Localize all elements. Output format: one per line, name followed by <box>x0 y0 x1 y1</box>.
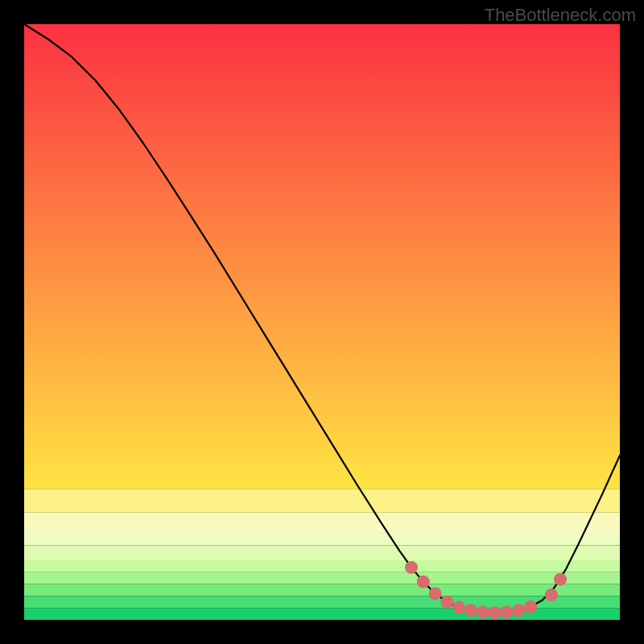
highlight-dot <box>500 605 513 618</box>
gradient-band <box>24 513 620 530</box>
highlight-dot <box>512 604 525 617</box>
highlight-dot <box>452 601 465 613</box>
highlight-dot <box>489 606 502 619</box>
gradient-band <box>24 560 620 572</box>
gradient-band <box>24 546 620 561</box>
gradient-band <box>24 572 620 584</box>
gradient-band <box>24 489 620 513</box>
highlight-dot <box>554 573 567 586</box>
gradient-band <box>24 24 620 489</box>
highlight-dot <box>429 587 442 600</box>
highlight-dot <box>440 596 453 609</box>
gradient-band <box>24 584 620 597</box>
chart-svg <box>0 0 644 644</box>
highlight-dot <box>417 576 430 588</box>
highlight-dot <box>464 604 477 617</box>
highlight-dot <box>545 588 558 601</box>
watermark-text: TheBottleneck.com <box>485 5 636 26</box>
gradient-band <box>24 530 620 546</box>
highlight-dot <box>524 601 537 613</box>
chart-container: TheBottleneck.com <box>0 0 644 644</box>
highlight-dot <box>477 605 489 618</box>
highlight-dot <box>405 561 418 574</box>
